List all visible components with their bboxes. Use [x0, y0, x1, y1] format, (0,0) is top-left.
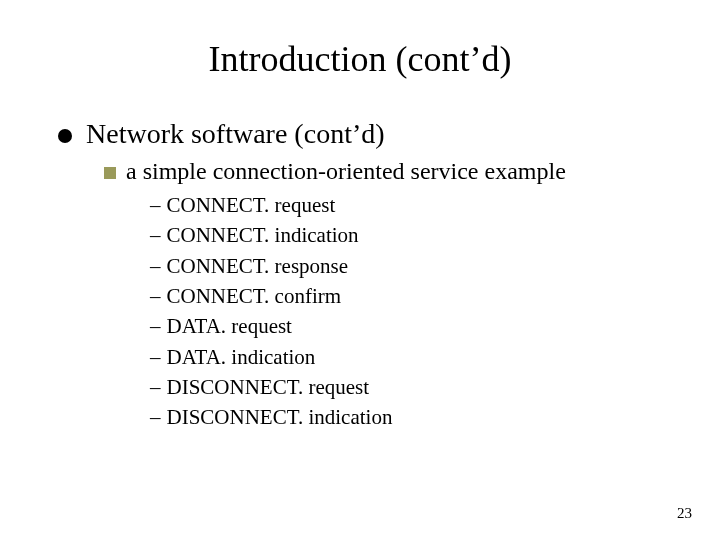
slide-title: Introduction (cont’d) [50, 38, 670, 80]
level3-text: DISCONNECT. request [167, 373, 370, 401]
list-item: – CONNECT. response [150, 252, 670, 280]
level3-list: – CONNECT. request – CONNECT. indication… [150, 191, 670, 432]
dash-icon: – [150, 191, 161, 219]
page-number: 23 [677, 505, 692, 522]
dash-icon: – [150, 282, 161, 310]
list-item: – DATA. request [150, 312, 670, 340]
bullet-level1: Network software (cont’d) [58, 118, 670, 150]
dash-icon: – [150, 373, 161, 401]
level3-text: CONNECT. indication [167, 221, 359, 249]
level3-text: CONNECT. request [167, 191, 336, 219]
dash-icon: – [150, 221, 161, 249]
circle-bullet-icon [58, 129, 72, 143]
slide: Introduction (cont’d) Network software (… [0, 0, 720, 540]
list-item: – CONNECT. request [150, 191, 670, 219]
dash-icon: – [150, 252, 161, 280]
bullet-level2: a simple connection-oriented service exa… [104, 158, 670, 185]
dash-icon: – [150, 312, 161, 340]
dash-icon: – [150, 403, 161, 431]
level3-text: CONNECT. confirm [167, 282, 342, 310]
level3-text: DATA. request [167, 312, 292, 340]
level1-text: Network software (cont’d) [86, 118, 385, 150]
level3-text: DISCONNECT. indication [167, 403, 393, 431]
list-item: – CONNECT. indication [150, 221, 670, 249]
level2-text: a simple connection-oriented service exa… [126, 158, 566, 185]
level3-text: DATA. indication [167, 343, 316, 371]
list-item: – DISCONNECT. request [150, 373, 670, 401]
dash-icon: – [150, 343, 161, 371]
list-item: – DISCONNECT. indication [150, 403, 670, 431]
square-bullet-icon [104, 167, 116, 179]
list-item: – CONNECT. confirm [150, 282, 670, 310]
level3-text: CONNECT. response [167, 252, 349, 280]
list-item: – DATA. indication [150, 343, 670, 371]
